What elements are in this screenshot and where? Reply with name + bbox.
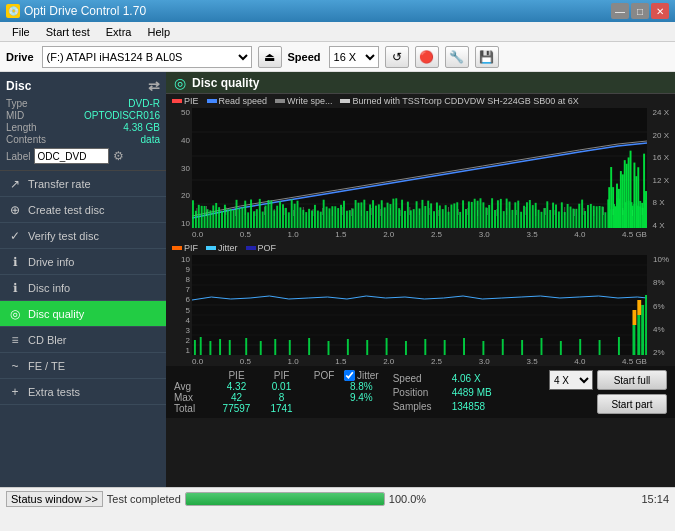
- maximize-button[interactable]: □: [631, 3, 649, 19]
- menu-start-test[interactable]: Start test: [38, 24, 98, 40]
- svg-rect-252: [386, 338, 388, 355]
- svg-rect-132: [424, 206, 426, 228]
- svg-rect-261: [560, 341, 562, 355]
- svg-rect-175: [549, 210, 551, 228]
- refresh-button[interactable]: ↺: [385, 46, 409, 68]
- start-full-button[interactable]: Start full: [597, 370, 667, 390]
- sidebar-item-drive-info[interactable]: ℹ Drive info: [0, 249, 166, 275]
- svg-rect-95: [317, 211, 319, 228]
- minimize-button[interactable]: —: [611, 3, 629, 19]
- svg-rect-79: [270, 200, 272, 228]
- contents-label: Contents: [6, 134, 46, 145]
- disc-toggle[interactable]: ⇄: [148, 78, 160, 94]
- svg-rect-164: [517, 201, 519, 228]
- menu-help[interactable]: Help: [139, 24, 178, 40]
- sidebar-label-disc-info: Disc info: [28, 282, 70, 294]
- menu-extra[interactable]: Extra: [98, 24, 140, 40]
- speed-select[interactable]: 4 X 8 X 12 X 16 X MAX: [329, 46, 379, 68]
- svg-rect-73: [253, 211, 255, 228]
- svg-rect-181: [567, 204, 569, 228]
- svg-rect-176: [552, 203, 554, 228]
- svg-rect-162: [511, 210, 513, 228]
- sidebar-item-create-test-disc[interactable]: ⊕ Create test disc: [0, 197, 166, 223]
- save-button[interactable]: 💾: [475, 46, 499, 68]
- svg-rect-168: [529, 200, 531, 228]
- svg-rect-215: [620, 171, 622, 228]
- svg-rect-126: [407, 202, 409, 228]
- disc-label-input[interactable]: [34, 148, 109, 164]
- svg-rect-189: [590, 204, 592, 228]
- avg-pof: [304, 381, 344, 392]
- speed-label: Speed: [288, 51, 321, 63]
- svg-rect-171: [538, 210, 540, 228]
- sidebar-label-transfer-rate: Transfer rate: [28, 178, 91, 190]
- svg-rect-71: [247, 212, 249, 228]
- sidebar-item-disc-info[interactable]: ℹ Disc info: [0, 275, 166, 301]
- svg-rect-100: [331, 206, 333, 228]
- toolbar: Drive (F:) ATAPI iHAS124 B AL0S ⏏ Speed …: [0, 42, 675, 72]
- verify-disc-icon: ✓: [8, 229, 22, 243]
- sidebar-item-fe-te[interactable]: ~ FE / TE: [0, 353, 166, 379]
- svg-rect-209: [608, 187, 610, 228]
- svg-rect-63: [224, 205, 226, 228]
- sidebar-item-disc-quality[interactable]: ◎ Disc quality: [0, 301, 166, 327]
- svg-rect-110: [360, 202, 362, 228]
- start-part-button[interactable]: Start part: [597, 394, 667, 414]
- svg-rect-191: [596, 206, 598, 228]
- speed-stat-label: Speed: [393, 373, 448, 384]
- svg-rect-190: [593, 206, 595, 228]
- eject-button[interactable]: ⏏: [258, 46, 282, 68]
- svg-rect-246: [274, 339, 276, 355]
- svg-rect-103: [340, 205, 342, 228]
- gear-icon[interactable]: ⚙: [113, 149, 124, 163]
- svg-rect-165: [520, 212, 522, 228]
- scan-speed-select[interactable]: 4 X 8 X 12 X: [549, 370, 593, 390]
- svg-rect-123: [398, 208, 400, 228]
- chart2-container: 10 9 8 7 6 5 4 3 2 1: [172, 255, 669, 366]
- sidebar-item-cd-bier[interactable]: ≡ CD Bler: [0, 327, 166, 353]
- svg-rect-226: [641, 203, 643, 228]
- svg-rect-155: [491, 198, 493, 228]
- create-disc-icon: ⊕: [8, 203, 22, 217]
- svg-rect-107: [352, 209, 354, 228]
- stats-table: PIE PIF POF Jitter Avg 4.32 0.01 8.8%: [174, 370, 379, 414]
- progress-bar: [185, 492, 385, 506]
- svg-rect-144: [459, 212, 461, 228]
- length-label: Length: [6, 122, 37, 133]
- max-pof: [304, 392, 344, 403]
- jitter-checkbox[interactable]: [344, 370, 355, 381]
- stats-area: PIE PIF POF Jitter Avg 4.32 0.01 8.8%: [166, 366, 675, 418]
- svg-rect-255: [444, 340, 446, 355]
- svg-rect-224: [637, 167, 639, 228]
- sidebar-item-transfer-rate[interactable]: ↗ Transfer rate: [0, 171, 166, 197]
- progress-percent: 100.0%: [389, 493, 426, 505]
- close-button[interactable]: ✕: [651, 3, 669, 19]
- sidebar-item-extra-tests[interactable]: + Extra tests: [0, 379, 166, 405]
- chart2-legend: PIF Jitter POF: [172, 243, 669, 253]
- samples-label: Samples: [393, 401, 448, 412]
- svg-rect-216: [622, 174, 624, 228]
- total-pof: [304, 403, 344, 414]
- sidebar-item-verify-test-disc[interactable]: ✓ Verify test disc: [0, 223, 166, 249]
- svg-rect-96: [320, 212, 322, 228]
- svg-rect-256: [463, 338, 465, 355]
- svg-rect-213: [616, 184, 618, 228]
- mid-label: MID: [6, 110, 24, 121]
- svg-rect-109: [358, 203, 360, 228]
- svg-rect-125: [404, 211, 406, 228]
- svg-rect-137: [439, 205, 441, 228]
- status-window-button[interactable]: Status window >>: [6, 491, 103, 507]
- svg-rect-253: [405, 341, 407, 355]
- drive-select[interactable]: (F:) ATAPI iHAS124 B AL0S: [42, 46, 252, 68]
- menu-file[interactable]: File: [4, 24, 38, 40]
- fe-te-icon: ~: [8, 359, 22, 373]
- svg-rect-127: [410, 210, 412, 228]
- eraser-button[interactable]: 🔴: [415, 46, 439, 68]
- col-jitter-label: Jitter: [357, 370, 379, 381]
- svg-rect-105: [346, 211, 348, 228]
- svg-rect-260: [541, 338, 543, 355]
- svg-rect-245: [260, 341, 262, 355]
- svg-rect-222: [633, 163, 635, 228]
- svg-rect-248: [308, 338, 310, 355]
- tools-button[interactable]: 🔧: [445, 46, 469, 68]
